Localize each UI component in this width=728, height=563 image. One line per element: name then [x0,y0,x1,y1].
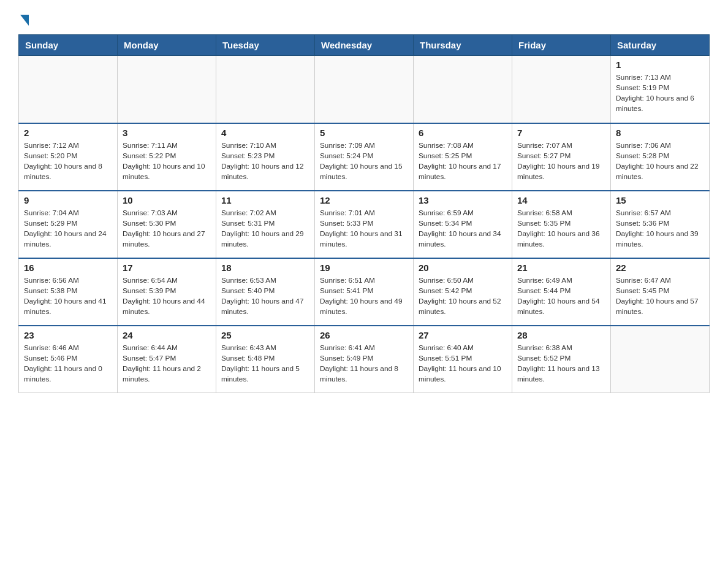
calendar-week-row: 9Sunrise: 7:04 AMSunset: 5:29 PMDaylight… [19,191,710,258]
day-info: Sunrise: 6:49 AMSunset: 5:44 PMDaylight:… [517,275,605,317]
day-info: Sunrise: 6:40 AMSunset: 5:51 PMDaylight:… [419,343,507,385]
calendar-day-cell: 14Sunrise: 6:58 AMSunset: 5:35 PMDayligh… [512,191,611,258]
day-of-week-header: Sunday [19,35,118,56]
calendar-day-cell [19,56,118,123]
day-info: Sunrise: 6:38 AMSunset: 5:52 PMDaylight:… [517,343,605,385]
day-number: 1 [616,59,704,70]
calendar-day-cell: 23Sunrise: 6:46 AMSunset: 5:46 PMDayligh… [19,326,118,393]
day-number: 11 [221,195,309,205]
day-number: 27 [419,330,507,340]
calendar-week-row: 2Sunrise: 7:12 AMSunset: 5:20 PMDaylight… [19,123,710,191]
calendar-header-row: SundayMondayTuesdayWednesdayThursdayFrid… [19,35,710,56]
calendar-day-cell: 6Sunrise: 7:08 AMSunset: 5:25 PMDaylight… [414,123,512,191]
day-number: 10 [123,195,211,205]
day-info: Sunrise: 7:08 AMSunset: 5:25 PMDaylight:… [419,140,507,182]
day-number: 18 [221,262,309,273]
calendar-day-cell: 10Sunrise: 7:03 AMSunset: 5:30 PMDayligh… [118,191,216,258]
day-of-week-header: Friday [512,35,611,56]
day-info: Sunrise: 7:03 AMSunset: 5:30 PMDaylight:… [123,208,211,250]
day-info: Sunrise: 7:11 AMSunset: 5:22 PMDaylight:… [123,140,211,182]
calendar-day-cell: 17Sunrise: 6:54 AMSunset: 5:39 PMDayligh… [118,258,216,326]
day-info: Sunrise: 7:12 AMSunset: 5:20 PMDaylight:… [24,140,112,182]
calendar-day-cell: 25Sunrise: 6:43 AMSunset: 5:48 PMDayligh… [216,326,315,393]
day-number: 7 [517,128,605,138]
day-number: 12 [320,195,408,205]
day-number: 3 [123,128,211,138]
day-info: Sunrise: 6:50 AMSunset: 5:42 PMDaylight:… [419,275,507,317]
day-number: 16 [24,262,112,273]
day-info: Sunrise: 6:41 AMSunset: 5:49 PMDaylight:… [320,343,408,385]
day-of-week-header: Monday [118,35,216,56]
day-number: 26 [320,330,408,340]
calendar-day-cell [414,56,512,123]
calendar-day-cell [118,56,216,123]
day-info: Sunrise: 6:59 AMSunset: 5:34 PMDaylight:… [419,208,507,250]
day-info: Sunrise: 7:07 AMSunset: 5:27 PMDaylight:… [517,140,605,182]
day-of-week-header: Tuesday [216,35,315,56]
day-of-week-header: Wednesday [315,35,414,56]
day-number: 2 [24,128,112,138]
day-info: Sunrise: 6:51 AMSunset: 5:41 PMDaylight:… [320,275,408,317]
calendar-day-cell: 15Sunrise: 6:57 AMSunset: 5:36 PMDayligh… [611,191,710,258]
logo-arrow-icon [20,15,29,26]
calendar-day-cell: 21Sunrise: 6:49 AMSunset: 5:44 PMDayligh… [512,258,611,326]
day-info: Sunrise: 6:44 AMSunset: 5:47 PMDaylight:… [123,343,211,385]
calendar-day-cell: 28Sunrise: 6:38 AMSunset: 5:52 PMDayligh… [512,326,611,393]
day-info: Sunrise: 6:46 AMSunset: 5:46 PMDaylight:… [24,343,112,385]
day-number: 23 [24,330,112,340]
day-info: Sunrise: 6:57 AMSunset: 5:36 PMDaylight:… [616,208,704,250]
page-header [18,12,710,25]
calendar-day-cell: 4Sunrise: 7:10 AMSunset: 5:23 PMDaylight… [216,123,315,191]
day-number: 8 [616,128,704,138]
day-number: 17 [123,262,211,273]
day-info: Sunrise: 7:02 AMSunset: 5:31 PMDaylight:… [221,208,309,250]
calendar-day-cell [315,56,414,123]
calendar-day-cell: 12Sunrise: 7:01 AMSunset: 5:33 PMDayligh… [315,191,414,258]
day-info: Sunrise: 6:54 AMSunset: 5:39 PMDaylight:… [123,275,211,317]
day-number: 25 [221,330,309,340]
day-number: 19 [320,262,408,273]
calendar-day-cell: 19Sunrise: 6:51 AMSunset: 5:41 PMDayligh… [315,258,414,326]
day-info: Sunrise: 7:04 AMSunset: 5:29 PMDaylight:… [24,208,112,250]
day-of-week-header: Thursday [414,35,512,56]
calendar-day-cell: 1Sunrise: 7:13 AMSunset: 5:19 PMDaylight… [611,56,710,123]
day-number: 9 [24,195,112,205]
day-number: 28 [517,330,605,340]
calendar-day-cell: 11Sunrise: 7:02 AMSunset: 5:31 PMDayligh… [216,191,315,258]
calendar-day-cell [611,326,710,393]
calendar-day-cell: 3Sunrise: 7:11 AMSunset: 5:22 PMDaylight… [118,123,216,191]
day-number: 4 [221,128,309,138]
day-info: Sunrise: 6:53 AMSunset: 5:40 PMDaylight:… [221,275,309,317]
calendar-week-row: 1Sunrise: 7:13 AMSunset: 5:19 PMDaylight… [19,56,710,123]
calendar-day-cell: 26Sunrise: 6:41 AMSunset: 5:49 PMDayligh… [315,326,414,393]
calendar-day-cell [512,56,611,123]
day-number: 24 [123,330,211,340]
day-of-week-header: Saturday [611,35,710,56]
calendar-day-cell: 27Sunrise: 6:40 AMSunset: 5:51 PMDayligh… [414,326,512,393]
day-info: Sunrise: 7:13 AMSunset: 5:19 PMDaylight:… [616,72,704,114]
calendar-week-row: 16Sunrise: 6:56 AMSunset: 5:38 PMDayligh… [19,258,710,326]
day-number: 13 [419,195,507,205]
day-info: Sunrise: 7:01 AMSunset: 5:33 PMDaylight:… [320,208,408,250]
calendar-table: SundayMondayTuesdayWednesdayThursdayFrid… [18,34,710,393]
day-number: 6 [419,128,507,138]
day-number: 20 [419,262,507,273]
calendar-day-cell [216,56,315,123]
calendar-day-cell: 24Sunrise: 6:44 AMSunset: 5:47 PMDayligh… [118,326,216,393]
day-info: Sunrise: 6:58 AMSunset: 5:35 PMDaylight:… [517,208,605,250]
day-number: 5 [320,128,408,138]
logo [18,12,29,25]
calendar-day-cell: 5Sunrise: 7:09 AMSunset: 5:24 PMDaylight… [315,123,414,191]
calendar-week-row: 23Sunrise: 6:46 AMSunset: 5:46 PMDayligh… [19,326,710,393]
calendar-day-cell: 16Sunrise: 6:56 AMSunset: 5:38 PMDayligh… [19,258,118,326]
day-info: Sunrise: 6:56 AMSunset: 5:38 PMDaylight:… [24,275,112,317]
day-info: Sunrise: 6:47 AMSunset: 5:45 PMDaylight:… [616,275,704,317]
day-info: Sunrise: 7:10 AMSunset: 5:23 PMDaylight:… [221,140,309,182]
calendar-day-cell: 20Sunrise: 6:50 AMSunset: 5:42 PMDayligh… [414,258,512,326]
day-info: Sunrise: 7:06 AMSunset: 5:28 PMDaylight:… [616,140,704,182]
day-info: Sunrise: 7:09 AMSunset: 5:24 PMDaylight:… [320,140,408,182]
calendar-day-cell: 7Sunrise: 7:07 AMSunset: 5:27 PMDaylight… [512,123,611,191]
calendar-day-cell: 9Sunrise: 7:04 AMSunset: 5:29 PMDaylight… [19,191,118,258]
calendar-day-cell: 18Sunrise: 6:53 AMSunset: 5:40 PMDayligh… [216,258,315,326]
day-number: 14 [517,195,605,205]
